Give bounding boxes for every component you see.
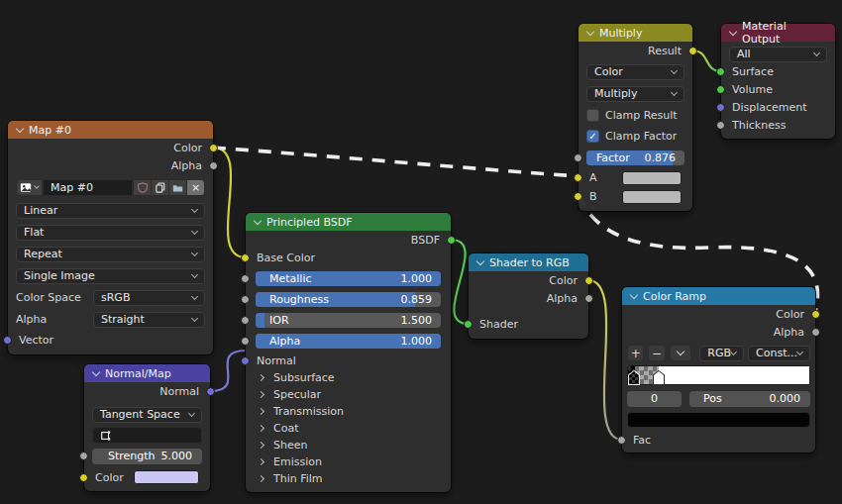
image-browse-button[interactable] — [16, 179, 43, 196]
interpolation-dropdown[interactable]: Const... — [748, 346, 810, 361]
node-color-ramp[interactable]: Color Ramp Color Alpha + − RGB — [622, 287, 815, 453]
alpha-output-socket[interactable] — [209, 161, 218, 170]
stop-color-swatch[interactable] — [627, 412, 810, 428]
alpha-output-row: Alpha — [469, 289, 588, 307]
space-dropdown[interactable]: Tangent Space — [92, 407, 202, 423]
a-input-socket[interactable] — [574, 173, 582, 182]
collapse-chevron-icon[interactable] — [586, 27, 594, 35]
color-output-socket[interactable] — [209, 144, 218, 152]
collapse-chevron-icon[interactable] — [476, 256, 484, 264]
projection-dropdown[interactable]: Flat — [16, 225, 205, 241]
result-output-socket[interactable] — [688, 47, 697, 55]
unlink-image-button[interactable]: × — [186, 179, 205, 196]
uv-map-field[interactable] — [92, 427, 202, 444]
color-swatch[interactable] — [134, 470, 199, 484]
thickness-input-socket[interactable] — [716, 121, 725, 130]
section-specular[interactable]: Specular — [246, 386, 451, 403]
image-texture-header[interactable]: Map #0 — [8, 121, 213, 139]
roughness-socket[interactable] — [241, 295, 250, 304]
section-emission[interactable]: Emission — [246, 454, 451, 470]
node-shader-to-rgb[interactable]: Shader to RGB Color Alpha Shader — [469, 253, 588, 339]
section-thin-film[interactable]: Thin Film — [246, 470, 451, 487]
node-image-texture[interactable]: Map #0 Color Alpha Map #0 — [8, 121, 213, 354]
color-ramp-header[interactable]: Color Ramp — [622, 287, 815, 305]
chevron-right-icon — [258, 475, 264, 482]
image-name-field[interactable]: Map #0 — [43, 179, 133, 196]
factor-slider[interactable]: Factor 0.876 — [586, 151, 684, 165]
ior-socket[interactable] — [241, 316, 250, 325]
extension-dropdown[interactable]: Repeat — [16, 247, 205, 262]
fac-input-socket[interactable] — [617, 436, 626, 445]
section-subsurface[interactable]: Subsurface — [246, 369, 451, 386]
node-mix-multiply[interactable]: Multiply Result Color Multiply Clamp Res… — [579, 24, 692, 211]
b-color-swatch[interactable] — [622, 190, 682, 204]
new-image-button[interactable] — [151, 179, 169, 196]
displacement-input-socket[interactable] — [716, 103, 725, 112]
source-dropdown[interactable]: Single Image — [16, 268, 205, 284]
stop-settings-row: 0 Pos 0.000 — [627, 390, 810, 407]
a-color-swatch[interactable] — [622, 171, 682, 185]
normal-output-socket[interactable] — [206, 387, 215, 396]
volume-input-socket[interactable] — [716, 85, 725, 94]
multiply-header[interactable]: Multiply — [579, 24, 692, 42]
target-dropdown[interactable]: All — [729, 47, 827, 62]
shader-to-rgb-header[interactable]: Shader to RGB — [469, 253, 588, 271]
strength-input-socket[interactable] — [79, 452, 88, 460]
normal-map-header[interactable]: Normal/Map — [84, 364, 210, 382]
collapse-chevron-icon[interactable] — [92, 367, 100, 375]
alpha-slider[interactable]: Alpha 1.000 — [256, 334, 441, 349]
interpolation-dropdown[interactable]: Linear — [16, 203, 205, 219]
color-space-dropdown[interactable]: sRGB — [93, 290, 205, 306]
metallic-slider[interactable]: Metallic 1.000 — [256, 271, 441, 286]
add-stop-button[interactable]: + — [627, 345, 644, 361]
clamp-factor-checkbox[interactable]: ✓ — [586, 130, 599, 143]
section-label: Transmission — [273, 405, 344, 418]
node-material-output[interactable]: Material Output All Surface Volume Displ… — [721, 24, 835, 139]
color-output-socket[interactable] — [811, 310, 820, 319]
data-type-dropdown[interactable]: Color — [586, 64, 684, 80]
bsdf-output-socket[interactable] — [447, 236, 456, 245]
ior-slider[interactable]: IOR 1.500 — [256, 313, 441, 328]
material-output-header[interactable]: Material Output — [721, 24, 835, 42]
ramp-specials-button[interactable] — [670, 345, 692, 361]
principled-header[interactable]: Principled BSDF — [246, 213, 451, 231]
factor-input-socket[interactable] — [574, 153, 582, 162]
collapse-chevron-icon[interactable] — [254, 216, 262, 224]
alpha-output-socket[interactable] — [811, 328, 820, 337]
alpha-socket[interactable] — [241, 337, 250, 346]
alpha-mode-dropdown[interactable]: Straight — [93, 312, 205, 328]
strength-value: 5.000 — [161, 450, 193, 462]
color-output-socket[interactable] — [584, 276, 593, 285]
section-transmission[interactable]: Transmission — [246, 403, 451, 420]
b-input-row: B — [579, 188, 692, 205]
section-coat[interactable]: Coat — [246, 420, 451, 437]
stop-position-field[interactable]: Pos 0.000 — [689, 391, 810, 407]
node-normal-map[interactable]: Normal/Map Normal Tangent Space — [84, 364, 210, 491]
fake-user-button[interactable] — [133, 179, 152, 196]
operation-dropdown[interactable]: Multiply — [586, 86, 684, 102]
node-principled-bsdf[interactable]: Principled BSDF BSDF Base Color Metallic… — [246, 213, 451, 492]
collapse-chevron-icon[interactable] — [16, 124, 24, 132]
color-input-socket[interactable] — [79, 473, 88, 482]
color-mode-dropdown[interactable]: RGB — [699, 346, 744, 361]
node-editor-canvas[interactable]: Map #0 Color Alpha Map #0 — [0, 0, 842, 504]
remove-stop-button[interactable]: − — [648, 345, 665, 361]
stop-index-field[interactable]: 0 — [627, 391, 682, 407]
surface-input-socket[interactable] — [716, 67, 725, 76]
colorramp-gradient[interactable] — [627, 365, 810, 385]
open-image-button[interactable] — [168, 179, 187, 196]
base-color-socket[interactable] — [241, 253, 250, 262]
shader-input-socket[interactable] — [464, 320, 473, 329]
collapse-chevron-icon[interactable] — [729, 27, 737, 35]
normal-input-socket[interactable] — [241, 356, 250, 365]
alpha-output-socket[interactable] — [584, 294, 593, 303]
strength-field[interactable]: Strength 5.000 — [92, 449, 202, 464]
section-sheen[interactable]: Sheen — [246, 437, 451, 454]
roughness-slider[interactable]: Roughness 0.859 — [256, 292, 441, 307]
clamp-result-checkbox[interactable] — [586, 109, 599, 122]
ior-label: IOR — [269, 314, 289, 327]
vector-input-socket[interactable] — [3, 336, 12, 345]
metallic-socket[interactable] — [241, 274, 250, 283]
collapse-chevron-icon[interactable] — [630, 290, 638, 298]
b-input-socket[interactable] — [574, 192, 582, 201]
